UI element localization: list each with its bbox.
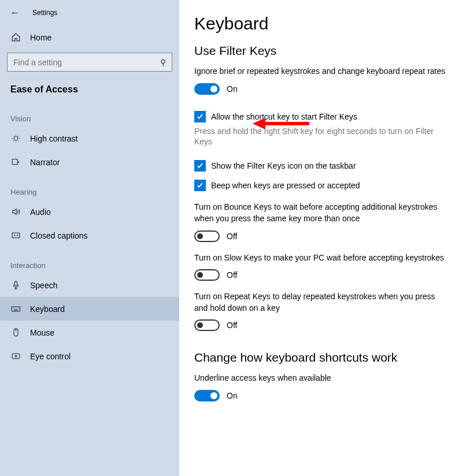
search-field[interactable]: ⚲ xyxy=(7,53,172,72)
svg-point-0 xyxy=(13,136,17,140)
sidebar: ← Settings Home ⚲ Ease of Access Vision … xyxy=(0,0,179,476)
nav-label: Mouse xyxy=(30,328,54,337)
repeat-state: Off xyxy=(227,321,237,330)
bounce-state: Off xyxy=(227,232,237,241)
category-interaction: Interaction xyxy=(0,247,179,273)
bounce-toggle[interactable] xyxy=(194,230,220,242)
nav-eye-control[interactable]: Eye control xyxy=(0,344,179,368)
nav-keyboard[interactable]: Keyboard xyxy=(0,297,179,321)
underline-state: On xyxy=(227,391,238,400)
page-title: Keyboard xyxy=(194,14,448,34)
section-header: Ease of Access xyxy=(0,83,179,101)
shortcut-checkbox[interactable] xyxy=(194,111,206,122)
microphone-icon xyxy=(10,280,21,290)
eye-icon xyxy=(10,351,21,361)
underline-desc: Underline access keys when available xyxy=(194,373,448,384)
nav-label: Audio xyxy=(30,207,51,217)
home-label: Home xyxy=(30,33,51,42)
repeat-toggle[interactable] xyxy=(194,319,220,331)
slow-desc: Turn on Slow Keys to make your PC wait b… xyxy=(194,252,448,264)
filter-keys-state: On xyxy=(227,84,238,94)
beep-label: Beep when keys are pressed or accepted xyxy=(211,180,360,191)
beep-checkbox[interactable] xyxy=(194,180,206,191)
home-icon xyxy=(10,32,21,42)
window-title: Settings xyxy=(32,9,57,17)
shortcut-check-label: Allow the shortcut key to start Filter K… xyxy=(211,111,357,122)
nav-label: Speech xyxy=(30,281,57,290)
repeat-desc: Turn on Repeat Keys to delay repeated ke… xyxy=(194,291,448,314)
category-hearing: Hearing xyxy=(0,174,179,200)
nav-high-contrast[interactable]: High contrast xyxy=(0,127,179,150)
contrast-icon xyxy=(10,133,21,143)
titlebar: ← Settings xyxy=(0,8,179,27)
nav-closed-captions[interactable]: Closed captions xyxy=(0,224,179,247)
main-content: Keyboard Use Filter Keys Ignore brief or… xyxy=(179,0,455,476)
captions-icon xyxy=(10,230,21,240)
slow-toggle[interactable] xyxy=(194,269,220,281)
filter-keys-desc: Ignore brief or repeated keystrokes and … xyxy=(194,66,448,77)
search-icon: ⚲ xyxy=(160,58,166,67)
nav-label: Eye control xyxy=(30,352,71,361)
nav-audio[interactable]: Audio xyxy=(0,200,179,224)
underline-toggle[interactable] xyxy=(194,390,220,401)
shortcuts-heading: Change how keyboard shortcuts work xyxy=(194,351,448,365)
taskbar-icon-label: Show the Filter Keys icon on the taskbar xyxy=(211,160,356,172)
nav-speech[interactable]: Speech xyxy=(0,273,179,297)
svg-rect-6 xyxy=(12,354,20,359)
svg-rect-4 xyxy=(12,307,20,311)
slow-state: Off xyxy=(227,270,237,280)
audio-icon xyxy=(10,207,21,217)
nav-label: Narrator xyxy=(30,158,60,167)
filter-keys-toggle[interactable] xyxy=(194,83,220,95)
bounce-desc: Turn on Bounce Keys to wait before accep… xyxy=(194,202,448,224)
shortcut-hint: Press and hold the right Shift key for e… xyxy=(194,126,448,148)
search-input[interactable] xyxy=(13,58,160,67)
nav-label: High contrast xyxy=(30,134,77,143)
mouse-icon xyxy=(10,328,21,337)
nav-mouse[interactable]: Mouse xyxy=(0,321,179,344)
nav-label: Closed captions xyxy=(30,231,88,240)
category-vision: Vision xyxy=(0,101,179,127)
back-icon[interactable]: ← xyxy=(10,8,20,17)
nav-label: Keyboard xyxy=(30,304,65,314)
nav-narrator[interactable]: Narrator xyxy=(0,150,179,174)
narrator-icon xyxy=(10,157,21,167)
svg-rect-1 xyxy=(12,159,17,165)
keyboard-icon xyxy=(10,304,21,314)
taskbar-icon-checkbox[interactable] xyxy=(194,160,206,172)
home-nav[interactable]: Home xyxy=(0,27,179,48)
section-heading: Use Filter Keys xyxy=(194,44,448,58)
svg-rect-2 xyxy=(12,233,20,238)
svg-point-7 xyxy=(15,355,17,357)
svg-rect-3 xyxy=(14,281,17,286)
